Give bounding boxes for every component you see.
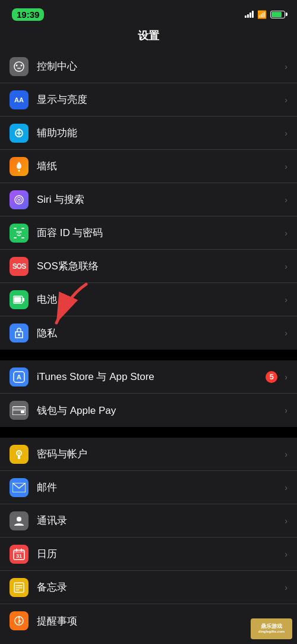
svg-point-16 bbox=[17, 231, 18, 233]
control-center-icon bbox=[10, 57, 29, 76]
section-gap-1 bbox=[0, 350, 297, 360]
passwords-icon bbox=[10, 445, 29, 464]
itunes-badge: 5 bbox=[266, 371, 277, 383]
control-center-label: 控制中心 bbox=[37, 59, 282, 73]
row-mail[interactable]: 邮件 › bbox=[0, 471, 297, 504]
section-system: 控制中心 › AA 显示与亮度 › 辅助功能 › 墙纸 bbox=[0, 50, 297, 350]
sos-icon: SOS bbox=[10, 257, 29, 276]
svg-point-8 bbox=[18, 169, 20, 171]
row-siri[interactable]: Siri 与搜索 › bbox=[0, 183, 297, 216]
chevron-icon: › bbox=[285, 162, 287, 171]
contacts-label: 通讯录 bbox=[37, 514, 282, 527]
notes-label: 备忘录 bbox=[37, 580, 282, 594]
chevron-icon: › bbox=[285, 128, 287, 138]
svg-text:31: 31 bbox=[16, 553, 22, 559]
svg-rect-28 bbox=[21, 410, 24, 413]
section-gap-2 bbox=[0, 427, 297, 438]
chevron-icon: › bbox=[285, 450, 287, 459]
chevron-icon: › bbox=[285, 295, 287, 304]
accessibility-icon bbox=[10, 124, 29, 143]
mail-icon bbox=[10, 478, 29, 497]
row-wallet[interactable]: 钱包与 Apple Pay › bbox=[0, 394, 297, 427]
battery-icon bbox=[270, 11, 285, 18]
battery-settings-icon bbox=[10, 290, 29, 309]
itunes-icon: A bbox=[10, 367, 29, 387]
svg-point-17 bbox=[20, 231, 22, 233]
accessibility-label: 辅助功能 bbox=[37, 126, 282, 140]
wallet-label: 钱包与 Apple Pay bbox=[37, 404, 282, 417]
row-passwords[interactable]: 密码与帐户 › bbox=[0, 438, 297, 471]
calendar-icon: 31 bbox=[10, 545, 29, 564]
chevron-icon: › bbox=[285, 328, 287, 338]
status-time: 19:39 bbox=[12, 8, 44, 21]
chevron-icon: › bbox=[285, 583, 287, 592]
row-notes[interactable]: 备忘录 › bbox=[0, 571, 297, 604]
wallpaper-icon bbox=[10, 157, 29, 176]
row-itunes[interactable]: A iTunes Store 与 App Store 5 › bbox=[0, 360, 297, 394]
svg-point-33 bbox=[17, 517, 21, 522]
wallpaper-label: 墙纸 bbox=[37, 159, 282, 173]
privacy-icon bbox=[10, 323, 29, 343]
row-display[interactable]: AA 显示与亮度 › bbox=[0, 83, 297, 117]
svg-point-11 bbox=[18, 199, 20, 200]
svg-point-0 bbox=[14, 62, 24, 71]
faceid-label: 面容 ID 与密码 bbox=[37, 226, 282, 240]
watermark: 鼎乐游戏 dinglegifts.com bbox=[251, 618, 292, 639]
svg-rect-15 bbox=[21, 237, 24, 238]
row-sos[interactable]: SOS SOS紧急联络 › bbox=[0, 250, 297, 283]
row-wallpaper[interactable]: 墙纸 › bbox=[0, 150, 297, 183]
chevron-icon: › bbox=[285, 62, 287, 71]
display-icon: AA bbox=[10, 90, 29, 109]
chevron-icon: › bbox=[285, 483, 287, 492]
chevron-icon: › bbox=[285, 372, 287, 382]
signal-icon bbox=[245, 11, 254, 18]
svg-point-1 bbox=[16, 64, 18, 66]
svg-point-2 bbox=[21, 64, 23, 66]
chevron-icon: › bbox=[285, 262, 287, 271]
svg-rect-14 bbox=[14, 237, 17, 238]
passwords-label: 密码与帐户 bbox=[37, 447, 282, 461]
page-title: 设置 bbox=[138, 30, 159, 42]
row-contacts[interactable]: 通讯录 › bbox=[0, 504, 297, 538]
reminders-icon bbox=[10, 611, 29, 630]
faceid-icon bbox=[10, 224, 29, 243]
row-faceid[interactable]: 面容 ID 与密码 › bbox=[0, 216, 297, 250]
svg-point-31 bbox=[18, 452, 20, 454]
svg-rect-21 bbox=[14, 297, 21, 302]
row-privacy[interactable]: 隐私 › bbox=[0, 316, 297, 350]
wifi-icon: 📶 bbox=[257, 10, 267, 19]
status-bar: 19:39 📶 bbox=[0, 0, 297, 26]
chevron-icon: › bbox=[285, 95, 287, 105]
chevron-icon: › bbox=[285, 228, 287, 238]
row-battery[interactable]: 电池 › bbox=[0, 283, 297, 316]
chevron-icon: › bbox=[285, 516, 287, 526]
svg-rect-3 bbox=[17, 68, 21, 69]
reminders-label: 提醒事项 bbox=[37, 614, 282, 628]
svg-rect-30 bbox=[18, 455, 20, 459]
status-icons: 📶 bbox=[245, 10, 285, 19]
sos-label: SOS紧急联络 bbox=[37, 259, 282, 273]
row-control-center[interactable]: 控制中心 › bbox=[0, 50, 297, 83]
privacy-label: 隐私 bbox=[37, 326, 282, 340]
mail-label: 邮件 bbox=[37, 480, 282, 494]
calendar-label: 日历 bbox=[37, 547, 282, 561]
chevron-icon: › bbox=[285, 195, 287, 205]
itunes-label: iTunes Store 与 App Store bbox=[37, 370, 266, 384]
svg-text:A: A bbox=[17, 373, 21, 381]
siri-icon bbox=[10, 190, 29, 209]
row-calendar[interactable]: 31 日历 › bbox=[0, 538, 297, 571]
row-accessibility[interactable]: 辅助功能 › bbox=[0, 117, 297, 150]
siri-label: Siri 与搜索 bbox=[37, 193, 282, 206]
contacts-icon bbox=[10, 511, 29, 530]
svg-rect-13 bbox=[21, 228, 24, 229]
section-apps: 密码与帐户 › 邮件 › 通讯录 › bbox=[0, 438, 297, 637]
svg-rect-12 bbox=[14, 228, 17, 229]
section-store: A iTunes Store 与 App Store 5 › 钱包与 Apple… bbox=[0, 360, 297, 427]
wallet-icon bbox=[10, 401, 29, 420]
page-header: 设置 bbox=[0, 26, 297, 50]
chevron-icon: › bbox=[285, 406, 287, 415]
svg-point-22 bbox=[18, 334, 20, 336]
battery-label: 电池 bbox=[37, 293, 282, 306]
notes-icon bbox=[10, 578, 29, 597]
display-label: 显示与亮度 bbox=[37, 93, 282, 106]
